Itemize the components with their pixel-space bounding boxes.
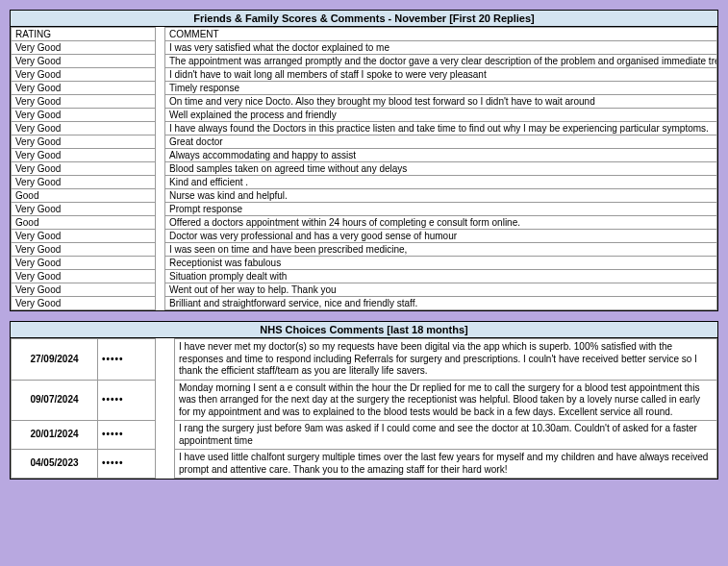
ff-gap [156, 122, 165, 135]
ff-row: Very GoodOn time and very nice Docto. Al… [12, 95, 717, 109]
nhs-gap [156, 339, 175, 381]
ff-comment-cell: Always accommodating and happy to assist [165, 149, 717, 162]
ff-header-comment: COMMENT [165, 28, 717, 41]
ff-gap [156, 230, 165, 243]
ff-row: Very GoodReceptionist was fabulous [12, 257, 717, 270]
nhs-stars-cell: ••••• [98, 380, 156, 421]
ff-comment-cell: Prompt response [165, 203, 717, 216]
ff-gap [156, 189, 165, 203]
nhs-date-cell: 04/05/2023 [12, 450, 98, 479]
nhs-stars-cell: ••••• [98, 339, 156, 381]
ff-rating-cell: Very Good [12, 162, 156, 176]
ff-gap [156, 135, 165, 149]
ff-gap [156, 216, 165, 230]
ff-row: Very GoodThe appointment was arranged pr… [12, 55, 717, 68]
ff-row: GoodOffered a doctors appointment within… [12, 216, 717, 230]
ff-gap [156, 176, 165, 189]
ff-rating-cell: Very Good [12, 95, 156, 109]
nhs-gap [156, 450, 175, 479]
ff-rating-cell: Very Good [12, 230, 156, 243]
nhs-comment-cell: I rang the surgery just before 9am was a… [175, 421, 717, 450]
ff-gap [156, 283, 165, 297]
ff-row: Very GoodBrilliant and straightforward s… [12, 297, 717, 310]
ff-gap [156, 82, 165, 95]
ff-row: GoodNurse was kind and helpful. [12, 189, 717, 203]
ff-rating-cell: Very Good [12, 41, 156, 55]
ff-rating-cell: Very Good [12, 82, 156, 95]
ff-comment-cell: On time and very nice Docto. Also they b… [165, 95, 717, 109]
ff-comment-cell: Situation promply dealt with [165, 270, 717, 283]
ff-gap [156, 257, 165, 270]
ff-header-rating: RATING [12, 28, 156, 41]
ff-rating-cell: Very Good [12, 176, 156, 189]
nhs-date-cell: 09/07/2024 [12, 380, 98, 421]
ff-row: Very GoodKind and efficient . [12, 176, 717, 189]
ff-rating-cell: Very Good [12, 243, 156, 257]
ff-row: Very GoodI was seen on time and have bee… [12, 243, 717, 257]
nhs-row: 20/01/2024•••••I rang the surgery just b… [12, 421, 717, 450]
ff-row: Very GoodSituation promply dealt with [12, 270, 717, 283]
ff-panel: Friends & Family Scores & Comments - Nov… [10, 10, 718, 311]
ff-rating-cell: Good [12, 189, 156, 203]
ff-comment-cell: I was seen on time and have been prescri… [165, 243, 717, 257]
ff-gap [156, 95, 165, 109]
nhs-gap [156, 380, 175, 421]
ff-rating-cell: Very Good [12, 283, 156, 297]
nhs-gap [156, 421, 175, 450]
nhs-date-cell: 20/01/2024 [12, 421, 98, 450]
ff-gap [156, 68, 165, 82]
ff-row: Very GoodWell explained the process and … [12, 109, 717, 122]
ff-rating-cell: Very Good [12, 135, 156, 149]
ff-title: Friends & Family Scores & Comments - Nov… [11, 11, 717, 27]
ff-comment-cell: Great doctor [165, 135, 717, 149]
ff-rating-cell: Very Good [12, 109, 156, 122]
ff-row: Very GoodGreat doctor [12, 135, 717, 149]
nhs-stars-cell: ••••• [98, 450, 156, 479]
ff-gap [156, 28, 165, 41]
ff-rating-cell: Very Good [12, 297, 156, 310]
ff-table: RATING COMMENT Very GoodI was very satis… [11, 27, 717, 310]
ff-comment-cell: Timely response [165, 82, 717, 95]
ff-rating-cell: Very Good [12, 270, 156, 283]
ff-gap [156, 55, 165, 68]
ff-gap [156, 243, 165, 257]
nhs-comment-cell: Monday morning I sent a e consult within… [175, 380, 717, 421]
ff-row: Very GoodPrompt response [12, 203, 717, 216]
ff-rating-cell: Very Good [12, 149, 156, 162]
ff-rating-cell: Very Good [12, 122, 156, 135]
ff-gap [156, 162, 165, 176]
ff-comment-cell: Offered a doctors appointment within 24 … [165, 216, 717, 230]
ff-gap [156, 149, 165, 162]
ff-rating-cell: Very Good [12, 55, 156, 68]
ff-rating-cell: Good [12, 216, 156, 230]
ff-rating-cell: Very Good [12, 203, 156, 216]
nhs-title: NHS Choices Comments [last 18 months] [11, 322, 717, 338]
ff-comment-cell: I didn't have to wait long all members o… [165, 68, 717, 82]
ff-row: Very GoodI didn't have to wait long all … [12, 68, 717, 82]
nhs-panel: NHS Choices Comments [last 18 months] 27… [10, 321, 718, 480]
ff-comment-cell: Doctor was very professional and has a v… [165, 230, 717, 243]
ff-comment-cell: Brilliant and straightforward service, n… [165, 297, 717, 310]
nhs-comment-cell: I have used little chalfont surgery mult… [175, 450, 717, 479]
nhs-row: 04/05/2023•••••I have used little chalfo… [12, 450, 717, 479]
nhs-comment-cell: I have never met my doctor(s) so my requ… [175, 339, 717, 381]
nhs-row: 27/09/2024•••••I have never met my docto… [12, 339, 717, 381]
ff-comment-cell: Receptionist was fabulous [165, 257, 717, 270]
ff-comment-cell: I have always found the Doctors in this … [165, 122, 717, 135]
ff-row: Very GoodI was very satisfied what the d… [12, 41, 717, 55]
ff-comment-cell: Kind and efficient . [165, 176, 717, 189]
nhs-table: 27/09/2024•••••I have never met my docto… [11, 338, 717, 479]
ff-rating-cell: Very Good [12, 257, 156, 270]
ff-rating-cell: Very Good [12, 68, 156, 82]
ff-row: Very GoodTimely response [12, 82, 717, 95]
nhs-row: 09/07/2024•••••Monday morning I sent a e… [12, 380, 717, 421]
nhs-stars-cell: ••••• [98, 421, 156, 450]
ff-gap [156, 41, 165, 55]
ff-comment-cell: Blood samples taken on agreed time witho… [165, 162, 717, 176]
ff-header-row: RATING COMMENT [12, 28, 717, 41]
ff-gap [156, 297, 165, 310]
ff-row: Very GoodAlways accommodating and happy … [12, 149, 717, 162]
ff-row: Very GoodWent out of her way to help. Th… [12, 283, 717, 297]
ff-row: Very GoodI have always found the Doctors… [12, 122, 717, 135]
ff-comment-cell: Went out of her way to help. Thank you [165, 283, 717, 297]
